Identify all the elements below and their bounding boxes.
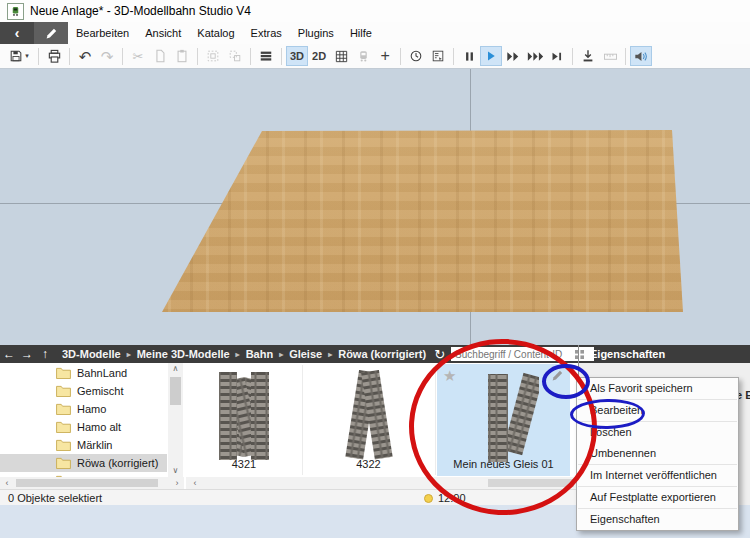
fast-forward-button[interactable] (502, 46, 524, 66)
refresh-icon[interactable]: ↻ (434, 347, 445, 362)
list-view-button[interactable] (255, 46, 277, 66)
content-horizontal-scrollbar[interactable]: ‹ (186, 477, 578, 489)
view-2d-button[interactable]: 2D (308, 46, 330, 66)
measure-button[interactable] (599, 46, 621, 66)
redo-button[interactable]: ↷ (96, 46, 118, 66)
scrollbar-thumb[interactable] (488, 479, 574, 487)
train-mode-button[interactable] (352, 46, 374, 66)
menu-item-auf-festplatte-exportieren[interactable]: Auf Festplatte exportieren (577, 487, 738, 508)
model-item-mein-neues-gleis[interactable]: ★ Mein neues Gleis 01 (437, 364, 570, 476)
pencil-icon (45, 27, 58, 40)
skip-to-end-button[interactable] (546, 46, 568, 66)
pencil-icon[interactable] (551, 369, 564, 384)
cut-button[interactable]: ✂ (127, 46, 149, 66)
scroll-left-icon[interactable]: ‹ (0, 477, 14, 489)
pause-button[interactable] (458, 46, 480, 66)
caret-down-icon: ▾ (25, 52, 29, 60)
event-list-button[interactable] (427, 46, 449, 66)
breadcrumb-segment[interactable]: Bahn (246, 348, 274, 360)
undo-button[interactable]: ↶ (74, 46, 96, 66)
model-item-4321[interactable]: 4321 (187, 364, 301, 476)
nav-forward-icon[interactable]: → (18, 347, 36, 361)
model-item-4322[interactable]: 4322 (304, 364, 433, 476)
app-window: Neue Anlage* - 3D-Modellbahn Studio V4 ‹… (0, 0, 750, 538)
menu-katalog[interactable]: Katalog (189, 22, 242, 44)
breadcrumb-segment[interactable]: Gleise (289, 348, 322, 360)
star-icon[interactable]: ★ (443, 367, 456, 385)
view-3d-button[interactable]: 3D (286, 46, 308, 66)
track-thumbnail (343, 370, 395, 462)
download-content-button[interactable] (577, 46, 599, 66)
track-thumbnail (216, 370, 272, 462)
clock-icon (409, 49, 423, 63)
tree-item-roewa-korrigiert[interactable]: Röwa (korrigiert) (0, 454, 167, 472)
menu-item-bearbeiten[interactable]: Bearbeiten (577, 400, 738, 421)
ungroup-icon (228, 49, 242, 63)
search-options-icon[interactable] (575, 350, 584, 359)
breadcrumb-segment[interactable]: Meine 3D-Modelle (137, 348, 230, 360)
group-icon (206, 49, 220, 63)
tree-vertical-scrollbar[interactable]: ∧ ∨ (168, 363, 183, 477)
menu-ansicht[interactable]: Ansicht (137, 22, 189, 44)
train-icon (357, 50, 370, 63)
grid-toggle-button[interactable] (330, 46, 352, 66)
tree-item-gemischt[interactable]: Gemischt (0, 382, 167, 400)
breadcrumb-separator-icon: ▸ (328, 350, 332, 359)
copy-button[interactable] (149, 46, 171, 66)
menu-extras[interactable]: Extras (243, 22, 290, 44)
add-object-button[interactable]: + (374, 46, 396, 66)
menu-plugins[interactable]: Plugins (290, 22, 342, 44)
scrollbar-thumb[interactable] (16, 479, 158, 487)
collapse-back-button[interactable]: ‹ (0, 22, 34, 44)
status-bar: 0 Objekte selektiert 12:00 (0, 489, 578, 505)
context-menu: Als Favorit speichern Bearbeiten Löschen… (576, 377, 739, 531)
menu-item-als-favorit-speichern[interactable]: Als Favorit speichern (577, 378, 738, 399)
tree-item-hamo-alt[interactable]: Hamo alt (0, 418, 167, 436)
ungroup-button[interactable] (224, 46, 246, 66)
baseplate-3d[interactable] (0, 69, 750, 345)
scroll-down-icon[interactable]: ∨ (168, 465, 183, 477)
scrollbar-thumb[interactable] (170, 377, 181, 405)
play-button[interactable] (480, 46, 502, 66)
search-input[interactable] (451, 348, 575, 360)
track-thumbnail (475, 370, 539, 466)
scroll-up-icon[interactable]: ∧ (168, 363, 183, 375)
timer-button[interactable] (405, 46, 427, 66)
tree-item-bahnland[interactable]: BahnLand (0, 364, 167, 382)
menu-bar: ‹ Bearbeiten Ansicht Katalog Extras Plug… (0, 22, 750, 44)
breadcrumb: 3D-Modelle ▸ Meine 3D-Modelle ▸ Bahn ▸ G… (62, 348, 426, 360)
list-icon (259, 49, 273, 63)
viewport-3d[interactable] (0, 69, 750, 345)
menu-hilfe[interactable]: Hilfe (342, 22, 380, 44)
menu-bearbeiten[interactable]: Bearbeiten (68, 22, 137, 44)
paste-icon (175, 49, 189, 63)
nav-up-icon[interactable]: ↑ (36, 347, 54, 361)
scroll-right-icon[interactable]: › (170, 477, 184, 489)
app-train-icon (7, 3, 24, 20)
edit-mode-button[interactable] (34, 22, 68, 44)
tree-horizontal-scrollbar[interactable]: ‹ › (0, 477, 184, 489)
breadcrumb-separator-icon: ▸ (279, 350, 283, 359)
search-box (451, 347, 594, 361)
sound-toggle-button[interactable] (630, 46, 652, 66)
folder-icon (56, 385, 71, 397)
nav-back-icon[interactable]: ← (0, 347, 18, 361)
window-title: Neue Anlage* - 3D-Modellbahn Studio V4 (30, 4, 251, 18)
scroll-left-icon[interactable]: ‹ (188, 477, 202, 489)
event-list-icon (431, 49, 445, 63)
print-button[interactable] (43, 46, 65, 66)
save-button[interactable]: ▾ (4, 46, 34, 66)
breadcrumb-segment[interactable]: 3D-Modelle (62, 348, 121, 360)
paste-button[interactable] (171, 46, 193, 66)
menu-item-loeschen[interactable]: Löschen (577, 422, 738, 443)
menu-item-eigenschaften[interactable]: Eigenschaften (577, 509, 738, 530)
simulation-time: 12:00 (438, 492, 466, 504)
menu-item-im-internet-veroeffentlichen[interactable]: Im Internet veröffentlichen (577, 465, 738, 486)
tree-item-hamo[interactable]: Hamo (0, 400, 167, 418)
selection-status: 0 Objekte selektiert (8, 492, 102, 504)
breadcrumb-segment[interactable]: Röwa (korrigiert) (338, 348, 426, 360)
fastest-forward-button[interactable] (524, 46, 546, 66)
tree-item-maerklin[interactable]: Märklin (0, 436, 167, 454)
group-button[interactable] (202, 46, 224, 66)
menu-item-umbenennen[interactable]: Umbenennen (577, 443, 738, 464)
